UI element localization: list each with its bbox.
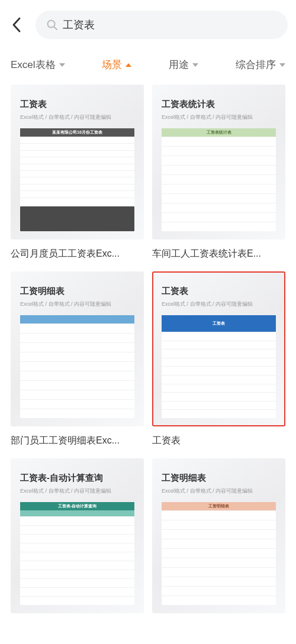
back-button[interactable] — [6, 14, 27, 35]
search-icon — [46, 19, 58, 31]
template-thumbnail: 工资表统计表Excel格式 / 自带格式 / 内容可随意编辑工资表统计表 — [152, 85, 285, 240]
thumbnail-title: 工资表统计表 — [162, 99, 276, 110]
template-thumbnail: 工资表-自动计算查询Excel格式 / 自带格式 / 内容可随意编辑工资表-自动… — [11, 458, 144, 613]
preview-rows — [162, 332, 276, 418]
spreadsheet-preview — [20, 315, 134, 418]
chevron-down-icon — [192, 63, 198, 67]
template-caption: 部门员工工资明细表Exc... — [11, 435, 144, 448]
preview-header — [20, 315, 134, 323]
svg-point-0 — [48, 21, 55, 28]
filter-format[interactable]: Excel表格 — [11, 58, 65, 72]
preview-header: 工资表 — [162, 315, 276, 332]
thumbnail-meta: Excel格式 / 自带格式 / 内容可随意编辑 — [20, 487, 134, 495]
spreadsheet-preview: 某某有限公司10月份工资表 — [20, 128, 134, 231]
thumbnail-title: 工资明细表 — [162, 473, 276, 484]
search-box[interactable] — [36, 11, 288, 39]
template-card[interactable]: 工资明细表Excel格式 / 自带格式 / 内容可随意编辑工资明细表 — [152, 458, 285, 635]
chevron-down-icon — [279, 63, 285, 67]
preview-header: 某某有限公司10月份工资表 — [20, 128, 134, 137]
template-thumbnail: 工资明细表Excel格式 / 自带格式 / 内容可随意编辑工资明细表 — [152, 458, 285, 613]
template-caption: 公司月度员工工资表Exc... — [11, 248, 144, 261]
preview-rows — [20, 323, 134, 418]
preview-header: 工资表-自动计算查询 — [20, 502, 134, 510]
thumbnail-meta: Excel格式 / 自带格式 / 内容可随意编辑 — [162, 114, 276, 121]
search-input[interactable] — [63, 19, 277, 31]
filter-label: 用途 — [169, 58, 189, 72]
filter-label: 综合排序 — [236, 58, 276, 72]
thumbnail-title: 工资表 — [20, 99, 134, 110]
template-card[interactable]: 工资表Excel格式 / 自带格式 / 内容可随意编辑工资表工资表 — [152, 271, 285, 448]
template-card[interactable]: 工资明细表Excel格式 / 自带格式 / 内容可随意编辑部门员工工资明细表Ex… — [11, 271, 144, 448]
filter-scene[interactable]: 场景 — [102, 58, 131, 72]
template-grid: 工资表Excel格式 / 自带格式 / 内容可随意编辑某某有限公司10月份工资表… — [0, 85, 296, 635]
spreadsheet-preview: 工资明细表 — [162, 502, 276, 605]
preview-header: 工资明细表 — [162, 502, 276, 510]
preview-subheader — [20, 510, 134, 516]
thumbnail-meta: Excel格式 / 自带格式 / 内容可随意编辑 — [20, 114, 134, 121]
template-card[interactable]: 工资表统计表Excel格式 / 自带格式 / 内容可随意编辑工资表统计表车间工人… — [152, 85, 285, 261]
template-caption: 工资表 — [152, 435, 285, 448]
preview-chart — [20, 206, 134, 231]
chevron-up-icon — [126, 63, 131, 67]
preview-rows — [20, 516, 134, 605]
filter-label: 场景 — [102, 58, 122, 72]
template-caption — [11, 622, 144, 635]
preview-rows — [162, 510, 276, 605]
template-card[interactable]: 工资表-自动计算查询Excel格式 / 自带格式 / 内容可随意编辑工资表-自动… — [11, 458, 144, 635]
template-card[interactable]: 工资表Excel格式 / 自带格式 / 内容可随意编辑某某有限公司10月份工资表… — [11, 85, 144, 261]
chevron-down-icon — [59, 63, 65, 67]
chevron-left-icon — [12, 17, 21, 33]
template-thumbnail: 工资表Excel格式 / 自带格式 / 内容可随意编辑工资表 — [152, 271, 285, 426]
template-thumbnail: 工资表Excel格式 / 自带格式 / 内容可随意编辑某某有限公司10月份工资表 — [11, 85, 144, 240]
preview-header: 工资表统计表 — [162, 128, 276, 137]
template-caption — [152, 622, 285, 635]
preview-rows — [162, 137, 276, 231]
filter-sort[interactable]: 综合排序 — [236, 58, 285, 72]
top-bar — [0, 0, 296, 50]
thumbnail-title: 工资表 — [162, 286, 276, 297]
filter-bar: Excel表格 场景 用途 综合排序 — [0, 50, 296, 85]
template-thumbnail: 工资明细表Excel格式 / 自带格式 / 内容可随意编辑 — [11, 271, 144, 426]
thumbnail-title: 工资明细表 — [20, 286, 134, 297]
svg-line-1 — [54, 27, 57, 30]
thumbnail-title: 工资表-自动计算查询 — [20, 473, 134, 484]
thumbnail-meta: Excel格式 / 自带格式 / 内容可随意编辑 — [162, 487, 276, 495]
spreadsheet-preview: 工资表-自动计算查询 — [20, 502, 134, 605]
thumbnail-meta: Excel格式 / 自带格式 / 内容可随意编辑 — [162, 300, 276, 308]
preview-rows — [20, 137, 134, 204]
spreadsheet-preview: 工资表统计表 — [162, 128, 276, 231]
template-caption: 车间工人工资表统计表E... — [152, 248, 285, 261]
thumbnail-meta: Excel格式 / 自带格式 / 内容可随意编辑 — [20, 300, 134, 308]
spreadsheet-preview: 工资表 — [162, 315, 276, 418]
filter-use[interactable]: 用途 — [169, 58, 198, 72]
filter-label: Excel表格 — [11, 58, 56, 72]
